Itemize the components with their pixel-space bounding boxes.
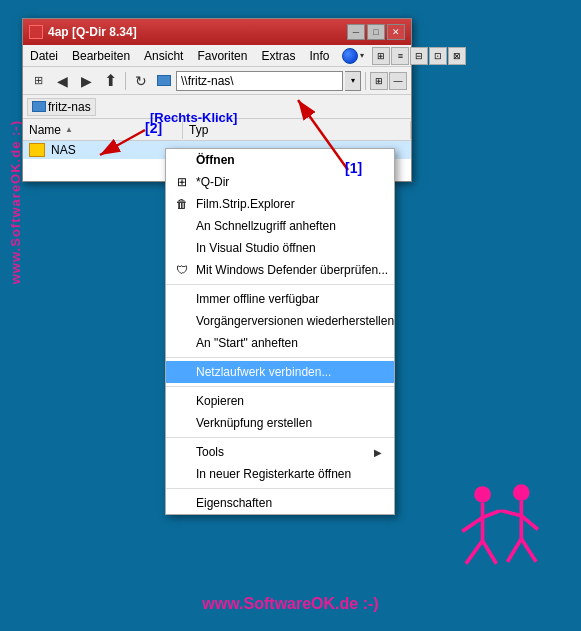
context-menu-item-icon: 🛡 <box>174 262 190 278</box>
annotation-label1: [1] <box>345 160 362 176</box>
svg-line-14 <box>521 539 536 562</box>
view-mode-btn-2[interactable]: — <box>389 72 407 90</box>
context-menu-item[interactable]: 🛡Mit Windows Defender überprüfen... <box>166 259 394 281</box>
refresh-button[interactable]: ↻ <box>130 70 152 92</box>
back-button[interactable]: ◀ <box>51 70 73 92</box>
sort-arrow-icon: ▲ <box>65 125 73 134</box>
toolbar-sep-2 <box>365 72 366 90</box>
context-menu-item-icon <box>174 444 190 460</box>
view-btn-4[interactable]: ⊡ <box>429 47 447 65</box>
context-menu-item-label: An Schnellzugriff anheften <box>196 219 336 233</box>
context-menu-item[interactable]: An "Start" anheften <box>166 332 394 354</box>
context-menu-separator <box>166 437 394 438</box>
context-menu-separator <box>166 386 394 387</box>
context-menu-item[interactable]: Tools▶ <box>166 441 394 463</box>
app-icon <box>29 25 43 39</box>
menu-globe: ▾ <box>342 48 364 64</box>
panel-icon[interactable]: ⊞ <box>27 70 49 92</box>
view-btn-1[interactable]: ⊞ <box>372 47 390 65</box>
title-bar-left: 4ap [Q-Dir 8.34] <box>29 25 137 39</box>
context-menu-item-icon <box>174 218 190 234</box>
window-title: 4ap [Q-Dir 8.34] <box>48 25 137 39</box>
menu-extras[interactable]: Extras <box>258 48 298 64</box>
annotation-rechtsklick: [Rechts-Klick] <box>150 110 237 125</box>
dance-figure <box>441 476 561 596</box>
context-menu-item-icon <box>174 364 190 380</box>
menu-datei[interactable]: Datei <box>27 48 61 64</box>
maximize-button[interactable]: □ <box>367 24 385 40</box>
context-menu-item-label: Netzlaufwerk verbinden... <box>196 365 331 379</box>
svg-line-7 <box>466 541 483 564</box>
toolbar-sep-1 <box>125 72 126 90</box>
context-menu-item[interactable]: In neuer Registerkarte öffnen <box>166 463 394 485</box>
menu-info[interactable]: Info <box>306 48 332 64</box>
context-menu-item-label: An "Start" anheften <box>196 336 298 350</box>
context-menu-item-label: Kopieren <box>196 394 244 408</box>
context-menu-item-label: Eigenschaften <box>196 496 272 510</box>
menu-favoriten[interactable]: Favoriten <box>194 48 250 64</box>
address-input[interactable]: \\fritz-nas\ <box>176 71 343 91</box>
forward-button[interactable]: ▶ <box>75 70 97 92</box>
view-btn-2[interactable]: ≡ <box>391 47 409 65</box>
context-menu-item-label: In neuer Registerkarte öffnen <box>196 467 351 481</box>
context-menu-item[interactable]: 🗑Film.Strip.Explorer <box>166 193 394 215</box>
close-button[interactable]: ✕ <box>387 24 405 40</box>
menu-bearbeiten[interactable]: Bearbeiten <box>69 48 133 64</box>
context-menu-item[interactable]: Verknüpfung erstellen <box>166 412 394 434</box>
up-button[interactable]: ⬆ <box>99 70 121 92</box>
watermark-left: www.SoftwareOK.de :-) <box>8 120 23 284</box>
context-menu-separator <box>166 284 394 285</box>
breadcrumb-item[interactable]: fritz-nas <box>27 98 96 116</box>
nas-folder-icon <box>29 143 45 157</box>
context-menu-item[interactable]: Eigenschaften <box>166 492 394 514</box>
context-menu-item[interactable]: In Visual Studio öffnen <box>166 237 394 259</box>
watermark-bottom: www.SoftwareOK.de :-) <box>202 595 378 613</box>
context-menu-item[interactable]: Immer offline verfügbar <box>166 288 394 310</box>
context-menu-item[interactable]: An Schnellzugriff anheften <box>166 215 394 237</box>
file-name-nas: NAS <box>51 143 76 157</box>
svg-line-11 <box>503 511 521 516</box>
svg-point-3 <box>474 486 491 503</box>
svg-line-12 <box>521 516 538 530</box>
context-menu-item-label: Öffnen <box>196 153 235 167</box>
globe-dropdown-arrow[interactable]: ▾ <box>360 51 364 60</box>
svg-line-5 <box>462 518 482 532</box>
context-menu-item-icon <box>174 335 190 351</box>
title-bar: 4ap [Q-Dir 8.34] ─ □ ✕ <box>23 19 411 45</box>
globe-icon[interactable] <box>342 48 358 64</box>
context-menu-item[interactable]: Kopieren <box>166 390 394 412</box>
svg-line-6 <box>483 511 500 517</box>
monitor-icon <box>157 75 171 86</box>
context-menu-item-icon <box>174 313 190 329</box>
address-monitor-icon <box>154 71 174 91</box>
context-menu-item-label: Vorgängerversionen wiederherstellen <box>196 314 394 328</box>
context-menu-item-label: Tools <box>196 445 224 459</box>
context-menu-item-icon <box>174 393 190 409</box>
breadcrumb-label: fritz-nas <box>48 100 91 114</box>
context-menu-item-label: Film.Strip.Explorer <box>196 197 295 211</box>
minimize-button[interactable]: ─ <box>347 24 365 40</box>
svg-line-8 <box>483 541 497 564</box>
title-buttons: ─ □ ✕ <box>347 24 405 40</box>
menu-ansicht[interactable]: Ansicht <box>141 48 186 64</box>
col-name-label: Name <box>29 123 61 137</box>
view-btn-5[interactable]: ⊠ <box>448 47 466 65</box>
svg-point-9 <box>513 484 530 501</box>
context-menu-item-icon: 🗑 <box>174 196 190 212</box>
context-menu-separator <box>166 488 394 489</box>
view-btn-3[interactable]: ⊟ <box>410 47 428 65</box>
context-menu-item-label: Mit Windows Defender überprüfen... <box>196 263 388 277</box>
view-mode-btn-1[interactable]: ⊞ <box>370 72 388 90</box>
context-menu-item[interactable]: Vorgängerversionen wiederherstellen <box>166 310 394 332</box>
view-buttons: ⊞ ≡ ⊟ ⊡ ⊠ <box>372 47 466 65</box>
context-menu-item-icon <box>174 466 190 482</box>
address-dropdown[interactable]: ▾ <box>345 71 361 91</box>
context-menu-item[interactable]: Netzlaufwerk verbinden... <box>166 361 394 383</box>
context-menu-item-label: In Visual Studio öffnen <box>196 241 316 255</box>
context-menu-item-label: *Q-Dir <box>196 175 229 189</box>
address-bar: \\fritz-nas\ ▾ <box>154 71 361 91</box>
context-menu-item-icon <box>174 495 190 511</box>
context-menu-item-label: Immer offline verfügbar <box>196 292 319 306</box>
view-mode-buttons: ⊞ — <box>370 72 407 90</box>
context-menu-separator <box>166 357 394 358</box>
